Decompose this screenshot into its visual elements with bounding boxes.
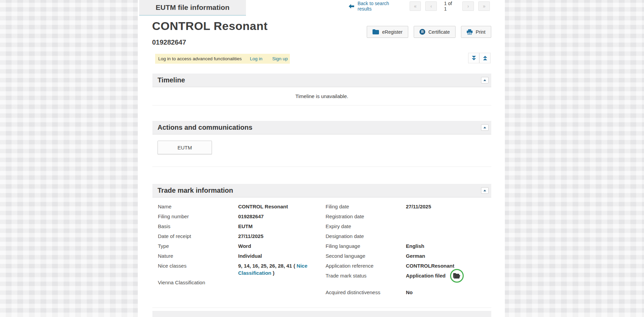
field-row-name: Name CONTROL Resonant — [158, 203, 321, 210]
field-label: Nice classes — [158, 262, 238, 269]
field-row-vienna-classification: Vienna Classification — [158, 279, 321, 286]
eregister-label: eRegister — [382, 29, 402, 35]
field-label: Vienna Classification — [158, 279, 238, 286]
field-label: Basis — [158, 223, 238, 230]
login-banner-message: Log in to access advanced functionalitie… — [155, 56, 242, 61]
timeline-section: Timeline Timeline is unavailable. — [152, 74, 491, 106]
expand-all-button[interactable] — [468, 53, 479, 63]
trademark-right-column: Filing date 27/11/2025 Registration date… — [321, 203, 491, 299]
actions-section-title: Actions and communications — [158, 124, 252, 131]
field-row-acquired-distinctiveness: Acquired distinctiveness No — [326, 289, 491, 296]
nice-classes-values: 9, 14, 16, 25, 26, 28, 41 ( — [238, 263, 297, 269]
double-chevron-up-icon — [483, 56, 487, 60]
field-row-designation-date: Designation date — [326, 233, 491, 240]
field-row-filing-date: Filing date 27/11/2025 — [326, 203, 491, 210]
expand-collapse-controls — [468, 53, 491, 63]
field-value: Application filed — [406, 272, 491, 279]
field-label: Type — [158, 242, 238, 250]
actions-communications-section: Actions and communications EUTM — [152, 121, 491, 167]
timeline-section-title: Timeline — [158, 76, 185, 84]
field-value: Individual — [238, 252, 321, 259]
login-link[interactable]: Log in — [250, 56, 262, 61]
print-button[interactable]: Print — [461, 26, 491, 38]
field-value: English — [406, 242, 491, 250]
folder-icon — [373, 29, 379, 34]
field-value: CONTROL Resonant — [238, 203, 321, 210]
field-label: Expiry date — [326, 223, 406, 230]
arrow-left-icon — [349, 4, 354, 9]
print-label: Print — [476, 29, 485, 35]
filing-number-heading: 019282647 — [152, 38, 186, 46]
caret-up-icon — [483, 79, 486, 81]
field-row-application-reference: Application reference CONTROLResonant — [326, 262, 491, 270]
field-row-type: Type Word — [158, 242, 321, 250]
field-label: Designation date — [326, 233, 406, 240]
pagination-next-button[interactable]: › — [462, 1, 474, 11]
svg-text:R: R — [421, 30, 424, 34]
field-row-filing-number: Filing number 019282647 — [158, 213, 321, 220]
actions-section-header: Actions and communications — [152, 121, 491, 134]
status-text: Application filed — [406, 272, 446, 279]
trademark-section-header: Trade mark information — [152, 184, 491, 197]
field-label: Date of receipt — [158, 233, 238, 240]
field-value: 27/11/2025 — [238, 233, 321, 240]
field-label: Filing language — [326, 242, 406, 250]
pagination-last-button[interactable]: » — [478, 1, 490, 11]
field-row-nice-classes: Nice classes 9, 14, 16, 25, 26, 28, 41 (… — [158, 262, 321, 276]
trademark-collapse-button[interactable] — [481, 187, 489, 194]
field-row-nature: Nature Individual — [158, 252, 321, 260]
chevron-right-icon: › — [467, 3, 469, 9]
field-value: EUTM — [238, 223, 321, 230]
field-value: 27/11/2025 — [406, 203, 491, 210]
back-to-search-results-link[interactable]: Back to search results — [349, 1, 401, 12]
timeline-body: Timeline is unavailable. — [152, 87, 491, 106]
signup-link[interactable]: Sign up — [272, 56, 288, 61]
trademark-section-title: Trade mark information — [158, 187, 233, 194]
eutm-tab-button[interactable]: EUTM — [158, 141, 212, 154]
field-row-basis: Basis EUTM — [158, 223, 321, 230]
folder-status-icon — [450, 269, 464, 283]
actions-collapse-button[interactable] — [481, 124, 489, 131]
field-value: German — [406, 252, 491, 259]
eutm-tab-label: EUTM — [178, 145, 192, 150]
pagination-prev-button[interactable]: ‹ — [425, 1, 437, 11]
field-label: Filing number — [158, 213, 238, 220]
sections-container: Timeline Timeline is unavailable. Action… — [152, 74, 491, 317]
field-label: Trade mark status — [326, 272, 406, 279]
chevron-left-icon: ‹ — [430, 3, 432, 9]
field-row-trademark-status: Trade mark status Application filed — [326, 272, 491, 280]
field-value: 9, 14, 16, 25, 26, 28, 41 ( Nice Classif… — [238, 262, 321, 276]
timeline-empty-message: Timeline is unavailable. — [295, 93, 348, 99]
field-value: Word — [238, 242, 321, 250]
field-row-expiry-date: Expiry date — [326, 223, 491, 230]
timeline-collapse-button[interactable] — [481, 77, 489, 83]
field-label: Nature — [158, 252, 238, 259]
field-value: No — [406, 289, 491, 296]
timeline-section-header: Timeline — [152, 74, 491, 87]
login-banner: Log in to access advanced functionalitie… — [155, 54, 290, 64]
field-label: Registration date — [326, 213, 406, 220]
pagination-first-button[interactable]: « — [410, 1, 421, 11]
field-row-filing-language: Filing language English — [326, 242, 491, 250]
pagination-count: 1 of 1 — [444, 1, 455, 12]
trademark-left-column: Name CONTROL Resonant Filing number 0192… — [152, 203, 321, 299]
field-label: Acquired distinctiveness — [326, 289, 406, 296]
actions-section-body: EUTM — [152, 134, 491, 167]
back-link-label: Back to search results — [358, 1, 401, 12]
header-actions: eRegister R Certificate Print — [367, 26, 491, 38]
tab-eutm-file-information[interactable]: EUTM file information — [139, 0, 246, 16]
eregister-button[interactable]: eRegister — [367, 26, 408, 38]
collapse-all-button[interactable] — [479, 53, 491, 63]
field-label: Application reference — [326, 262, 406, 269]
trademark-information-section: Trade mark information Name CONTROL Reso… — [152, 184, 491, 317]
printer-icon — [467, 29, 473, 35]
field-value: 019282647 — [238, 213, 321, 220]
certificate-button[interactable]: R Certificate — [414, 26, 456, 38]
page-title: CONTROL Resonant — [152, 19, 268, 33]
top-navigation-bar: Back to search results « ‹ 1 of 1 › » — [349, 1, 490, 11]
double-chevron-left-icon: « — [414, 3, 417, 9]
field-row-registration-date: Registration date — [326, 213, 491, 220]
caret-up-icon — [483, 127, 486, 128]
nice-classes-suffix: ) — [271, 270, 275, 276]
certificate-label: Certificate — [428, 29, 450, 35]
